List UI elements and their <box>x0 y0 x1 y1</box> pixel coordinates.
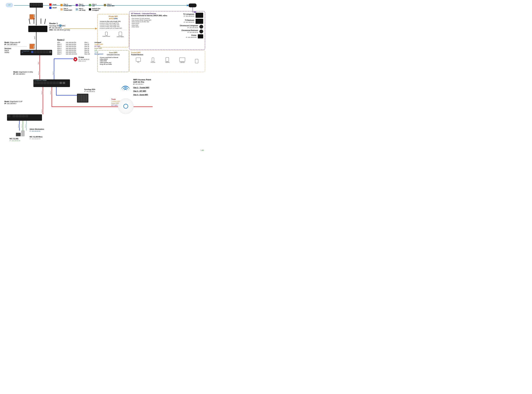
legend-label: Vlan XLab <box>92 4 96 7</box>
tablet-icon <box>119 32 122 36</box>
legend-swatch <box>89 8 91 10</box>
device-name: TV Bedroom <box>184 19 194 21</box>
device-name: Chromecast Livingroom <box>180 25 198 27</box>
legend-swatch <box>49 4 52 6</box>
cloud-icon: ISP <box>6 3 13 7</box>
table-cell: Vlan 20 <box>84 43 93 45</box>
table-cell: Eth1.4 <box>57 47 64 49</box>
rule-line: - Allow DNS <box>99 60 127 62</box>
iot-device-row: Chromecast LivingroomIP: 192.168.30.52 <box>170 25 203 29</box>
legend-swatch <box>76 4 78 6</box>
device-ip: IP: 192.168.30.51 <box>184 21 194 23</box>
device-name: Printer <box>186 34 197 36</box>
cc-icon <box>199 30 203 33</box>
rule-line: - Allow mDns <box>131 26 168 28</box>
isp-cpe-icon <box>189 4 197 7</box>
rule-line: - Access restricted to Internet <box>99 57 127 58</box>
table-cell: Guest WIFI <box>95 47 103 49</box>
legend-label: Vlan XPrivate WIFI <box>64 4 72 7</box>
table-cell: Eth1.5 <box>57 49 64 51</box>
legend-item: Vlan XGuest WIFI <box>104 4 114 7</box>
rule-line: - Allow DHCP <box>131 23 168 25</box>
iot-box: IOT Network – Untrusted Devices Access r… <box>129 11 205 50</box>
link-label-wan: WAN <box>34 14 35 17</box>
link-label-port5: Port 5 <box>38 71 40 75</box>
table-cell: 192.168.50.0/24 <box>66 49 83 51</box>
rule-line: - Access to RPD only trough VPN <box>99 24 127 26</box>
switch1-info: Model: EdgeSwitch 8-150w IP: 192.168.99.… <box>13 71 33 75</box>
device-name: Chromecast Bedroom <box>181 30 198 32</box>
isp-label: ISP <box>8 4 11 6</box>
iot-device-row: TV LivingroomIP: 192.168.30.53 <box>170 13 203 18</box>
rule-line: - Deny access to all other vlan <box>131 21 168 23</box>
isp-cloud: ISP <box>6 3 13 7</box>
link-label-port5b: Port 5 <box>53 71 54 75</box>
printer-icon <box>198 34 203 38</box>
pihole-icon <box>73 57 78 62</box>
rule-line: - Allow DHCP <box>99 58 127 60</box>
legend-label: Vlan XGuest WIFI <box>107 4 114 7</box>
link-label-port6: Port 6 <box>41 91 43 94</box>
link-label-port3: Port 3 <box>21 124 23 128</box>
link-label-port6b: Port 6 <box>50 91 52 94</box>
legend-swatch <box>89 4 91 6</box>
ap-info: WIFI Access Point UAP AC Pro IP: 192.168… <box>133 78 151 96</box>
rule-line: - Port Access TO NAS services <box>131 18 168 19</box>
table-cell: Vlan 50 <box>84 49 93 51</box>
nic2-info: NIC 2 (LAB) IP: 192.168.50.49 <box>10 138 20 141</box>
table-cell: 192.168.40.0/24 <box>66 47 83 49</box>
nic3-info: NIC 3 (LAB Misc) IP: 192.168.60.50 <box>30 136 43 140</box>
table-cell: 192.168.60.0/24 <box>66 51 83 53</box>
tablet-icon <box>195 59 198 63</box>
nas-info: Synology 918+ IP: 192.168.99.51 <box>84 89 96 92</box>
edgerouter-icon: U | EdgeRouter 6P <box>20 50 52 55</box>
rule-line: - Allow DNS <box>131 25 168 26</box>
device-name: TV Livingroom <box>183 13 194 16</box>
cc-icon <box>199 25 203 29</box>
table-cell: Eth1.3 <box>57 45 64 47</box>
workstation-info: Admin Workstation IP: 192.168.99.50 <box>30 128 44 132</box>
table-cell: 192.168.30.0/24 <box>66 45 83 47</box>
device-ip: IP: 192.168.30.53 <box>183 16 194 17</box>
phone-icon <box>105 32 107 36</box>
pihole-info: Pi-Hole IP: 192.168.99.63 Dns: 1.1.1.1 <box>79 57 89 62</box>
iot-device-row: Chromecast BedroomIP: 192.168.30.50 <box>170 30 203 33</box>
legend-swatch <box>60 4 63 6</box>
table-cell: Vlan 30 <box>84 45 93 47</box>
legend-item: Vlan XTrusted WIFI <box>60 8 72 11</box>
table-cell: Vlan 60 <box>84 51 93 53</box>
table-cell: 192.168.99.0/24 <box>66 41 83 43</box>
workstation-icon <box>16 130 25 136</box>
table-cell: 192.168.20.0/24 <box>66 43 83 45</box>
link-label-eth1: Eth1 <box>38 62 39 65</box>
rule-line: -Access to printer port on trusted WIFI <box>99 27 127 29</box>
table-cell: Eth1 <box>57 41 64 43</box>
table-cell: Vlan 40 <box>84 47 93 49</box>
legend-item: Vlan XIOT WIFI <box>76 4 85 7</box>
tv-icon <box>196 13 203 18</box>
table-cell: 192.168.100.0/24 <box>66 53 83 55</box>
ap-disk-icon <box>118 98 133 114</box>
table-cell: Vlan 1 <box>84 41 93 43</box>
legend-swatch <box>60 8 63 10</box>
legend-item: MGMT <box>49 7 57 9</box>
legend-label: Vlan XIOT WIFI <box>79 4 85 7</box>
legend-swatch <box>49 7 52 9</box>
guest-wifi-box: Guest WIFI Untrusted Devices - Access re… <box>97 50 129 72</box>
trusted-wifi-box: Trusted WIFI Trusted Devices PC Phones T… <box>129 50 205 72</box>
legend-item: Vlan XLab Temp <box>76 8 85 11</box>
device-ip: IP: 192.168.30.60 <box>186 36 197 38</box>
rule-line: - Access to Plex only trough VPN <box>99 21 127 22</box>
legend: TrunkMGMTVlan XPrivate WIFIVlan XTrusted… <box>49 4 114 12</box>
network-diagram: ISP WAN Lan 1 Eth0 Eth1 Port 5 Port 5 Po… <box>0 0 207 153</box>
rule-line: -Access to SSH only trough VPN <box>99 22 127 24</box>
private-wifi-box: Private WIFI ⊕PENOPENVPNVPN - Access to … <box>97 14 129 47</box>
link-label-port4: Port 4 <box>25 124 27 128</box>
phone-icon <box>152 58 154 62</box>
device-ip: IP: 192.168.30.52 <box>180 27 198 29</box>
trunk-legend-item: Trunk <box>111 98 120 100</box>
legend-item: Vlan XPrivate WIFI <box>60 4 72 7</box>
legend-item: Default VlanUntagged <box>89 8 100 11</box>
link-label-eth0: Eth0 <box>33 46 35 49</box>
rule-line: - Allow printer port <box>99 62 127 63</box>
